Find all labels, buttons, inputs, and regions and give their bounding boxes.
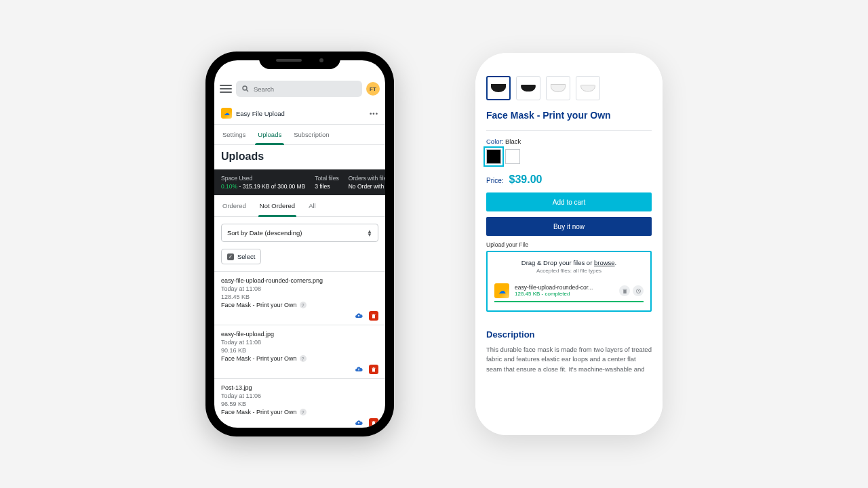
orders-value: No Order with files yet (349, 183, 385, 190)
upload-label: Upload your File (486, 241, 652, 248)
file-row[interactable]: easy-file-upload.jpg Today at 11:08 90.1… (214, 325, 385, 378)
dropzone-subtext: Accepted files: all file types (494, 268, 644, 274)
product-title: Face Mask - Print your Own (486, 110, 652, 121)
help-icon[interactable]: ? (300, 302, 307, 308)
delete-icon[interactable] (369, 418, 378, 428)
uploaded-file-status: 128.45 KB - completed (515, 291, 614, 298)
file-row[interactable]: Post-13.jpg Today at 11:06 96.59 KB Face… (214, 378, 385, 428)
color-label: Color: Black (486, 138, 652, 145)
divider (486, 130, 652, 131)
tab-not-ordered[interactable]: Not Ordered (260, 195, 295, 216)
download-icon[interactable] (354, 365, 363, 374)
select-button[interactable]: ✓ Select (221, 249, 261, 264)
uploaded-file-name: easy-file-upload-rounded-cor... (515, 284, 614, 291)
delete-icon[interactable] (369, 365, 378, 374)
reupload-icon[interactable] (633, 285, 644, 296)
swatch-white[interactable] (505, 149, 520, 164)
thumb-3[interactable] (546, 76, 570, 100)
search-placeholder: Search (254, 85, 274, 93)
search-input[interactable]: Search (236, 81, 362, 97)
page-title: Uploads (214, 145, 385, 169)
search-icon (241, 85, 250, 93)
primary-tabs: Settings Uploads Subscription (214, 125, 385, 145)
download-icon[interactable] (354, 418, 363, 428)
avatar[interactable]: FT (366, 82, 380, 96)
uploaded-file: ☁ easy-file-upload-rounded-cor... 128.45… (494, 283, 644, 302)
app-icon: ☁ (221, 108, 232, 119)
description-heading: Description (486, 329, 652, 340)
tab-uploads[interactable]: Uploads (258, 125, 281, 144)
color-swatches (486, 149, 652, 164)
description-text: This durable face mask is made from two … (486, 345, 652, 374)
store-phone: Face Mask - Print your Own Color: Black … (475, 53, 663, 435)
stats-bar: Space Used 0.10% - 315.19 KB of 300.00 M… (214, 169, 385, 195)
admin-phone: Search FT ☁ Easy File Upload ••• Setting… (205, 52, 394, 436)
product-thumbnails (486, 76, 652, 100)
chevron-updown-icon: ▲▼ (367, 230, 372, 237)
download-icon[interactable] (354, 311, 363, 321)
total-files-value: 3 files (315, 183, 338, 190)
buy-now-button[interactable]: Buy it now (486, 217, 652, 236)
thumb-2[interactable] (516, 76, 540, 100)
dropzone-text: Drag & Drop your files or browse. (494, 259, 644, 266)
menu-icon[interactable] (220, 85, 232, 93)
svg-point-0 (243, 86, 247, 90)
more-icon[interactable]: ••• (370, 110, 378, 117)
space-used-label: Space Used (221, 175, 305, 182)
tab-settings[interactable]: Settings (222, 125, 245, 144)
remove-file-icon[interactable] (619, 285, 630, 296)
delete-icon[interactable] (369, 311, 378, 321)
help-icon[interactable]: ? (300, 409, 307, 415)
svg-line-1 (247, 90, 249, 92)
price-value: $39.00 (509, 174, 542, 186)
total-files-label: Total files (315, 175, 338, 182)
price-label: Price: (486, 177, 504, 184)
add-to-cart-button[interactable]: Add to cart (486, 192, 652, 211)
app-header: ☁ Easy File Upload ••• (214, 102, 385, 125)
sort-select[interactable]: Sort by Date (descending) ▲▼ (221, 224, 378, 242)
checkbox-icon: ✓ (227, 253, 234, 260)
app-title: Easy File Upload (236, 110, 285, 117)
file-list: easy-file-upload-rounded-corners.png Tod… (214, 271, 385, 428)
tab-ordered[interactable]: Ordered (222, 195, 246, 216)
help-icon[interactable]: ? (300, 355, 307, 362)
thumb-4[interactable] (576, 76, 600, 100)
browse-link[interactable]: browse (594, 259, 615, 266)
file-dropzone[interactable]: Drag & Drop your files or browse. Accept… (486, 251, 652, 312)
tab-subscription[interactable]: Subscription (294, 125, 329, 144)
device-notch (259, 52, 340, 69)
tab-all[interactable]: All (309, 195, 316, 216)
orders-label: Orders with files (349, 175, 385, 182)
cloud-upload-icon: ☁ (494, 283, 509, 298)
filter-tabs: Ordered Not Ordered All (214, 195, 385, 217)
swatch-black[interactable] (486, 149, 501, 164)
space-used-value: 0.10% - 315.19 KB of 300.00 MB (221, 183, 305, 190)
thumb-1[interactable] (486, 76, 511, 100)
file-row[interactable]: easy-file-upload-rounded-corners.png Tod… (214, 271, 385, 325)
